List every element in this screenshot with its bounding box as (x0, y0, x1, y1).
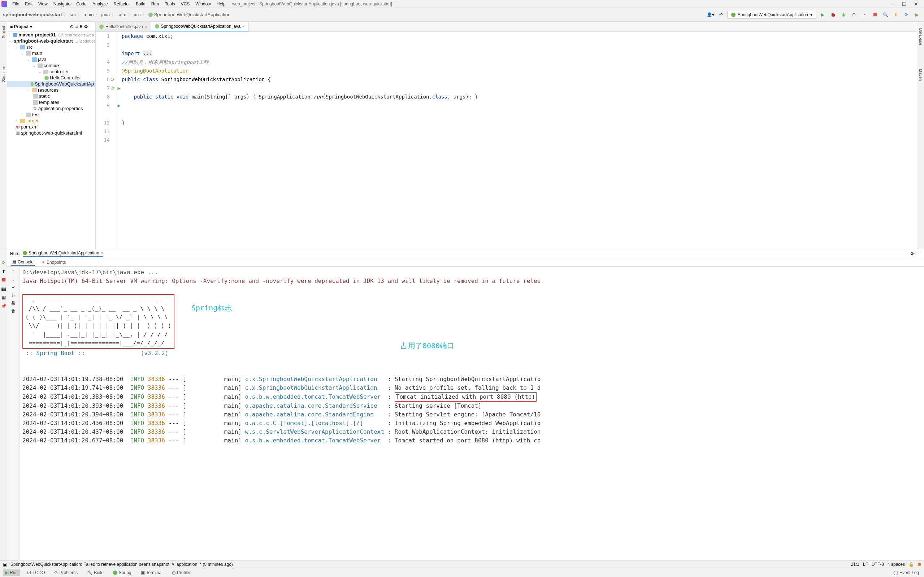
expand-icon[interactable]: ≡ (75, 24, 78, 29)
close-tab-icon[interactable]: × (145, 24, 147, 29)
tool-database[interactable]: Database (918, 25, 924, 48)
code-content[interactable]: package com.xixi; import ... //启动类，用来启动s… (117, 32, 924, 249)
run-config-selector[interactable]: SpringbootWebQuickstartApplication ▾ (727, 11, 816, 19)
search-icon[interactable]: 🔍 (881, 10, 890, 19)
coverage-button[interactable]: ◉ (839, 10, 848, 19)
breadcrumb[interactable]: springboot-web-quickstart〉 src〉 main〉 ja… (3, 11, 230, 18)
menu-navigate[interactable]: Navigate (50, 1, 73, 7)
clear-icon[interactable]: 🗑 (11, 308, 16, 314)
menu-build[interactable]: Build (133, 1, 149, 7)
btab-profiler[interactable]: ◷ Profiler (170, 569, 193, 576)
locate-icon[interactable]: ⊙ (70, 24, 74, 29)
event-log[interactable]: ◯ Event Log (891, 569, 921, 576)
btab-spring[interactable]: Spring (111, 569, 134, 576)
run-tool-window: ⟳ ⬆ 📷 ▦ 📌 Run: SpringbootWebQuickstartAp… (0, 249, 924, 561)
run-label: Run: (10, 251, 19, 256)
line-sep[interactable]: LF (863, 562, 868, 567)
back-icon[interactable]: ↶ (717, 10, 725, 19)
debug-button[interactable]: 🐞 (829, 10, 837, 19)
btab-problems[interactable]: ⊘ Problems (52, 569, 80, 576)
indent[interactable]: 4 spaces (887, 562, 905, 567)
app-icon (2, 1, 7, 7)
settings-icon[interactable]: ✿ (84, 24, 88, 29)
layout-icon[interactable]: ▦ (2, 295, 6, 300)
panel-title: ■ Project ▾ (10, 24, 32, 29)
menu-window[interactable]: Window (192, 1, 214, 7)
crumb-com[interactable]: com (117, 12, 126, 17)
crumb-xixi[interactable]: xixi (134, 12, 141, 17)
menu-analyze[interactable]: Analyze (90, 1, 111, 7)
up-icon[interactable]: ⬆ (2, 269, 5, 274)
console-toolbar: ↑ ↓ ⤶ ⇊ 🖶 🗑 (7, 267, 19, 561)
editor: HelloController.java× SpringbootWebQuick… (96, 22, 924, 249)
menu-view[interactable]: View (36, 1, 50, 7)
maximize-icon[interactable]: ☐ (902, 1, 907, 7)
tab-endpoints[interactable]: ✶ Endpoints (40, 259, 67, 266)
menu-refactor[interactable]: Refactor (111, 1, 133, 7)
right-tool-stripe: Database Maven (917, 22, 924, 249)
menu-help[interactable]: Help (214, 1, 229, 7)
run-config-tab[interactable]: SpringbootWebQuickstartApplication × (23, 250, 103, 257)
btab-build[interactable]: 🔨 Build (85, 569, 106, 576)
crumb-main[interactable]: main (83, 12, 94, 17)
window-title: web_project - SpringbootWebQuickstartApp… (232, 2, 392, 6)
menu-file[interactable]: File (10, 1, 22, 7)
close-tab-icon[interactable]: × (242, 24, 244, 29)
profile-button[interactable]: ⊙ (850, 10, 858, 19)
up-arrow-icon[interactable]: ↑ (12, 269, 15, 274)
tab-console[interactable]: ▤ Console (11, 259, 35, 266)
tab-app[interactable]: SpringbootWebQuickstartApplication.java× (151, 22, 249, 31)
attach-button[interactable]: ⋯ (860, 10, 869, 19)
sync-icon[interactable]: ⟳ (902, 10, 911, 19)
btab-todo[interactable]: ☑ TODO (25, 569, 47, 576)
gutter[interactable]: 1 2 4 5 6 ⟳ 7 ⟳▶ 8 9▶ 12 13 14 (96, 32, 117, 249)
tab-hello[interactable]: HelloController.java× (96, 22, 151, 31)
menu-run[interactable]: Run (149, 1, 162, 7)
stop-icon[interactable] (2, 277, 5, 282)
caret-pos[interactable]: 21:1 (851, 562, 859, 567)
run-button[interactable]: ▶ (818, 10, 827, 19)
status-icon[interactable]: ▣ (3, 562, 7, 567)
console-output[interactable]: D:\develop\Java\jdk-17\bin\java.exe ... … (19, 267, 924, 561)
minimize-panel-icon[interactable]: ─ (918, 251, 921, 256)
hide-icon[interactable]: ─ (89, 24, 92, 29)
navigation-bar: springboot-web-quickstart〉 src〉 main〉 ja… (0, 8, 924, 22)
close-icon[interactable]: ✕ (914, 1, 918, 7)
tool-structure[interactable]: Structure (1, 63, 6, 85)
bottom-tool-tabs: ▶Run ☑ TODO ⊘ Problems 🔨 Build Spring ▣ … (0, 567, 924, 577)
rerun-icon[interactable]: ⟳ (2, 260, 5, 265)
print-icon[interactable]: 🖶 (11, 301, 16, 306)
lock-icon[interactable]: 🔒 (908, 562, 914, 567)
crumb-class[interactable]: SpringbootWebQuickstartApplication (154, 12, 231, 17)
left-tool-stripe: Project Structure (0, 22, 7, 249)
gear-icon[interactable]: ⚙ (910, 251, 914, 256)
stop-button[interactable] (871, 10, 879, 19)
update-icon[interactable]: ⬆ (892, 10, 900, 19)
btab-run[interactable]: ▶Run (3, 569, 20, 576)
camera-icon[interactable]: 📷 (1, 286, 6, 291)
run-toolwindow-stripe: ⟳ ⬆ 📷 ▦ 📌 (0, 249, 7, 561)
minimize-icon[interactable]: ─ (891, 1, 895, 7)
menu-code[interactable]: Code (73, 1, 90, 7)
collapse-icon[interactable]: ⇞ (79, 24, 83, 29)
crumb-module[interactable]: springboot-web-quickstart (3, 12, 62, 17)
crumb-src[interactable]: src (70, 12, 76, 17)
down-arrow-icon[interactable]: ↓ (12, 277, 15, 282)
menu-edit[interactable]: Edit (22, 1, 36, 7)
btab-terminal[interactable]: ▣ Terminal (139, 569, 165, 576)
scroll-icon[interactable]: ⇊ (11, 293, 15, 298)
menu-tools[interactable]: Tools (162, 1, 178, 7)
wrap-icon[interactable]: ⤶ (11, 285, 15, 290)
tree-selected: SpringbootWebQuickstartAp (7, 81, 95, 87)
pin-icon[interactable]: 📌 (1, 303, 6, 308)
encoding[interactable]: UTF-8 (872, 562, 884, 567)
tool-project[interactable]: Project (1, 23, 6, 41)
class-icon (149, 13, 153, 17)
play2-icon[interactable]: ▶ (913, 10, 921, 19)
shield-icon[interactable]: ⬢ (918, 562, 921, 567)
user-icon[interactable]: 👤▾ (706, 10, 715, 19)
project-tree[interactable]: 〉 maven-project01D:\IdeaProjects\web ⌄ s… (7, 32, 95, 249)
tool-maven[interactable]: Maven (918, 66, 924, 84)
crumb-java[interactable]: java (101, 12, 110, 17)
menu-vcs[interactable]: VCS (178, 1, 193, 7)
